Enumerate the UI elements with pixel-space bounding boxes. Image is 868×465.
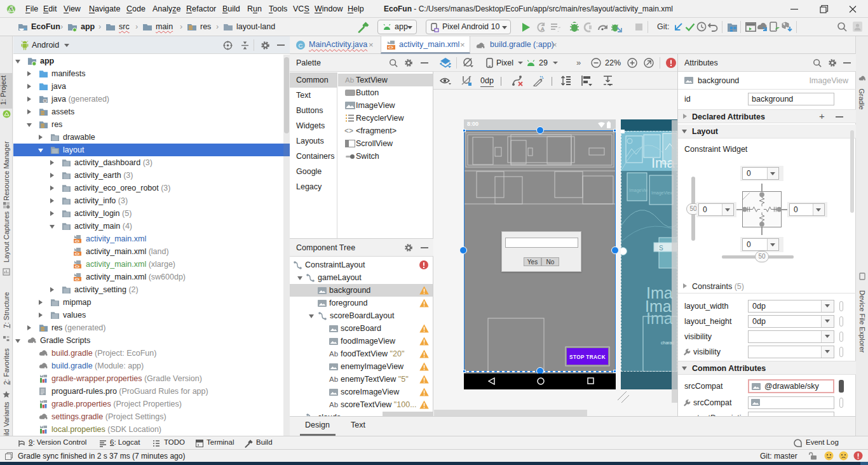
svg-text:<>: <> xyxy=(74,252,79,256)
svg-text:<>: <> xyxy=(74,239,79,243)
svg-text:<>: <> xyxy=(74,264,79,269)
svg-text:C: C xyxy=(299,42,303,49)
svg-text:A: A xyxy=(541,26,545,32)
svg-text:<>: <> xyxy=(388,45,393,50)
svg-text:<>: <> xyxy=(74,277,79,281)
